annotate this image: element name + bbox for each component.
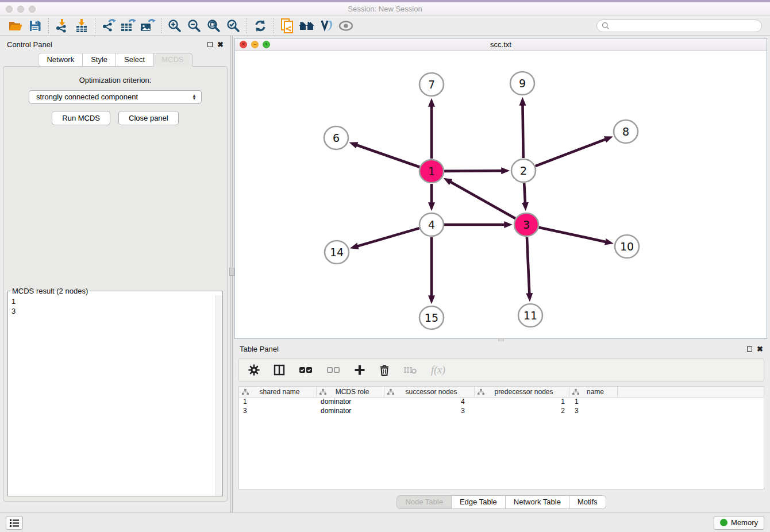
dropdown-value: strongly connected component: [36, 92, 192, 101]
table-toolbar: f(x): [238, 358, 764, 381]
list-icon: [9, 518, 20, 527]
toolbar-search[interactable]: [596, 20, 762, 32]
home-layout-icon[interactable]: [297, 18, 317, 34]
table-cell[interactable]: 1: [475, 398, 569, 407]
edge-2-9[interactable]: [523, 105, 523, 158]
column-header-predecessor-nodes[interactable]: predecessor nodes: [475, 387, 569, 397]
tab-network-table[interactable]: Network Table: [506, 495, 569, 509]
search-input[interactable]: [610, 22, 757, 30]
float-panel-icon[interactable]: [207, 42, 213, 47]
table-cell[interactable]: 3: [239, 407, 317, 416]
graph-node-1[interactable]: 1: [419, 160, 444, 183]
task-history-button[interactable]: [6, 516, 23, 530]
close-panel-button[interactable]: Close panel: [118, 111, 179, 125]
edge-2-8[interactable]: [536, 140, 606, 167]
graph-node-8[interactable]: 8: [614, 120, 638, 143]
graph-node-3[interactable]: 3: [514, 213, 538, 236]
edge-3-10[interactable]: [538, 228, 605, 242]
svg-text:2: 2: [520, 164, 527, 177]
toolbar-separator: [274, 18, 274, 33]
show-overview-eye-icon[interactable]: [336, 18, 356, 34]
column-header-successor-nodes[interactable]: successor nodes: [384, 387, 475, 397]
table-panel: Table Panel ✖: [233, 341, 770, 512]
svg-text:14: 14: [330, 246, 344, 259]
tab-node-table[interactable]: Node Table: [396, 495, 452, 509]
run-mcds-button[interactable]: Run MCDS: [52, 111, 110, 125]
main-toolbar: [0, 16, 770, 36]
delete-column-trash-icon[interactable]: [379, 364, 390, 376]
float-table-panel-icon[interactable]: [747, 346, 752, 352]
table-cell[interactable]: 3: [384, 407, 475, 416]
open-session-icon[interactable]: [6, 18, 25, 34]
zoom-fit-icon[interactable]: [204, 18, 224, 34]
table-cell[interactable]: 2: [475, 407, 569, 416]
export-table-icon[interactable]: [118, 18, 138, 34]
table-cell[interactable]: 1: [569, 398, 618, 407]
tab-mcds[interactable]: MCDS: [153, 53, 192, 67]
tab-style[interactable]: Style: [83, 53, 116, 67]
select-all-icon[interactable]: [299, 366, 313, 374]
graph-node-4[interactable]: 4: [419, 213, 444, 236]
refresh-layout-icon[interactable]: [251, 18, 270, 34]
svg-text:10: 10: [620, 240, 634, 253]
table-row[interactable]: 1dominator411: [239, 398, 764, 407]
graph-node-9[interactable]: 9: [510, 72, 534, 95]
export-network-icon[interactable]: [99, 18, 118, 34]
edge-1-2[interactable]: [444, 171, 502, 171]
table-row[interactable]: 3dominator323: [239, 407, 764, 416]
edge-3-1[interactable]: [451, 182, 515, 219]
graph-node-6[interactable]: 6: [324, 126, 348, 149]
save-session-icon[interactable]: [25, 18, 45, 34]
close-table-panel-icon[interactable]: ✖: [757, 345, 763, 353]
svg-text:8: 8: [622, 125, 629, 138]
zoom-out-icon[interactable]: [184, 18, 204, 34]
column-selector-icon[interactable]: [274, 364, 285, 376]
optimization-dropdown[interactable]: strongly connected component ▲▼: [29, 90, 202, 104]
graph-node-15[interactable]: 15: [419, 306, 444, 329]
table-cell[interactable]: dominator: [317, 407, 384, 416]
add-column-icon[interactable]: [354, 364, 365, 376]
import-network-icon[interactable]: [52, 18, 72, 34]
table-cell[interactable]: 3: [569, 407, 618, 416]
tab-network[interactable]: Network: [38, 53, 83, 67]
tab-edge-table[interactable]: Edge Table: [452, 495, 506, 509]
close-panel-icon[interactable]: ✖: [217, 41, 224, 48]
tab-select[interactable]: Select: [116, 53, 153, 67]
import-table-icon[interactable]: [72, 18, 91, 34]
edge-3-11[interactable]: [527, 237, 529, 294]
graph-node-7[interactable]: 7: [419, 73, 444, 96]
control-panel-title: Control Panel: [7, 40, 52, 49]
svg-text:7: 7: [428, 78, 435, 91]
edge-1-6[interactable]: [357, 145, 419, 167]
table-cell[interactable]: dominator: [317, 398, 384, 407]
column-header-shared-name[interactable]: shared name: [239, 387, 317, 397]
duplicate-network-icon[interactable]: [278, 18, 297, 34]
table-tabs: Node TableEdge TableNetwork TableMotifs: [233, 495, 770, 509]
edge-4-14[interactable]: [357, 228, 419, 246]
graph-node-14[interactable]: 14: [325, 241, 349, 264]
graph-node-10[interactable]: 10: [615, 235, 639, 258]
column-header-name[interactable]: name: [569, 387, 618, 397]
network-graph-canvas[interactable]: 1234678910111415: [235, 51, 767, 338]
mcds-result-text[interactable]: 1 3: [8, 295, 222, 496]
zoom-selected-icon[interactable]: [224, 18, 243, 34]
settings-gear-icon[interactable]: [248, 364, 260, 376]
function-builder-icon[interactable]: f(x): [431, 364, 445, 376]
memory-button[interactable]: Memory: [714, 516, 764, 530]
result-scrollbar[interactable]: [215, 295, 222, 496]
table-cell[interactable]: 1: [239, 398, 317, 407]
column-header-MCDS-role[interactable]: MCDS role: [317, 387, 384, 397]
tab-motifs[interactable]: Motifs: [569, 495, 606, 509]
graphics-details-icon[interactable]: [317, 18, 336, 34]
delete-table-icon[interactable]: [403, 365, 417, 375]
graph-node-2[interactable]: 2: [511, 159, 536, 182]
edge-2-3[interactable]: [524, 183, 525, 203]
main-area: Control Panel ✖ NetworkStyleSelectMCDS O…: [0, 36, 770, 512]
svg-text:1: 1: [428, 165, 435, 178]
table-cell[interactable]: 4: [384, 398, 475, 407]
graph-node-11[interactable]: 11: [518, 304, 542, 327]
zoom-in-icon[interactable]: [165, 18, 184, 34]
control-panel: Control Panel ✖ NetworkStyleSelectMCDS O…: [0, 36, 230, 512]
export-image-icon[interactable]: [138, 18, 157, 34]
deselect-all-icon[interactable]: [326, 366, 340, 374]
